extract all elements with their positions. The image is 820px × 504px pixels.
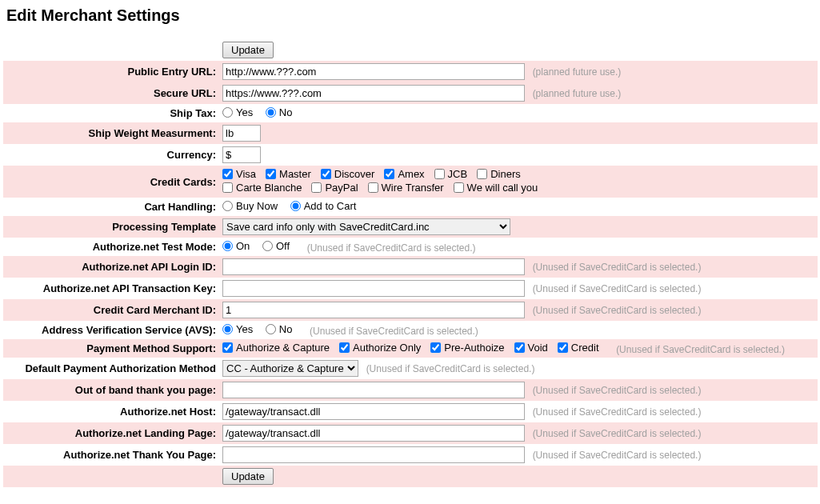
pay-support-hint: (Unused if SaveCreditCard is selected.) [616,344,785,355]
currency-label: Currency: [3,144,219,166]
cc-we-will-call-you[interactable] [454,182,464,193]
pay-support-label: Payment Method Support: [3,339,219,358]
api-login-label: Authorize.net API Login ID: [3,256,219,278]
cc-jcb[interactable] [434,169,445,179]
credit-cards-row1: VisaMasterDiscoverAmexJCBDiners [222,170,530,182]
merchant-id-hint: (Unused if SaveCreditCard is selected.) [533,305,702,316]
avs-hint: (Unused if SaveCreditCard is selected.) [310,326,478,337]
cc-master[interactable] [266,169,276,179]
secure-url-input[interactable] [222,85,525,102]
avs-label: Address Verification Service (AVS): [3,321,219,339]
secure-url-label: Secure URL: [3,82,219,104]
oob-thanks-hint: (Unused if SaveCreditCard is selected.) [533,385,702,396]
default-auth-hint: (Unused if SaveCreditCard is selected.) [366,363,535,374]
template-label: Processing Template [3,216,219,238]
anet-landing-label: Authorize.net Landing Page: [3,422,219,444]
anet-host-hint: (Unused if SaveCreditCard is selected.) [533,406,702,418]
pay-credit[interactable] [558,342,568,353]
cc-discover[interactable] [321,169,331,179]
oob-thanks-label: Out of band thank you page: [3,379,219,401]
test-mode-hint: (Unused if SaveCreditCard is selected.) [307,242,476,254]
pay-authorize-only[interactable] [339,342,350,353]
template-select[interactable]: Save card info only with SaveCreditCard.… [222,218,510,235]
secure-url-hint: (planned future use.) [533,88,622,99]
test-mode-label: Authorize.net Test Mode: [3,238,219,256]
cart-label: Cart Handling: [3,198,219,216]
currency-input[interactable] [222,146,261,163]
cc-visa[interactable] [222,169,233,179]
page-title: Edit Merchant Settings [6,6,820,25]
public-url-label: Public Entry URL: [3,61,219,82]
ship-wt-label: Ship Weight Measurment: [3,122,219,144]
ship-tax-no[interactable] [266,107,276,118]
avs-no[interactable] [266,324,276,334]
api-key-hint: (Unused if SaveCreditCard is selected.) [533,283,702,294]
cart-add-to-cart[interactable] [290,201,301,211]
ship-wt-input[interactable] [222,125,261,142]
avs-yes[interactable] [222,324,233,334]
cc-amex[interactable] [384,169,394,179]
merchant-id-input[interactable] [222,302,525,318]
ship-tax-label: Ship Tax: [3,104,219,122]
api-key-label: Authorize.net API Transaction Key: [3,278,219,299]
anet-landing-input[interactable] [222,425,525,442]
cc-carte-blanche[interactable] [222,182,233,193]
anet-landing-hint: (Unused if SaveCreditCard is selected.) [533,428,702,439]
cc-paypal[interactable] [311,182,322,193]
public-url-input[interactable] [222,63,525,80]
anet-thanks-input[interactable] [222,446,525,463]
test-mode-off[interactable] [262,241,273,251]
cc-diners[interactable] [477,169,487,179]
api-key-input[interactable] [222,280,525,297]
update-button[interactable]: Update [222,42,274,58]
test-mode-on[interactable] [222,241,233,251]
pay-support-group: Authorize & CaptureAuthorize OnlyPre-Aut… [222,343,609,355]
oob-thanks-input[interactable] [222,382,525,398]
ship-tax-yes[interactable] [222,107,233,118]
api-login-input[interactable] [222,258,525,275]
anet-thanks-label: Authorize.net Thank You Page: [3,444,219,466]
anet-thanks-hint: (Unused if SaveCreditCard is selected.) [533,450,702,461]
credit-cards-row2: Carte BlanchePayPalWire TransferWe will … [222,183,547,195]
pay-authorize-capture[interactable] [222,342,233,353]
credit-cards-label: Credit Cards: [3,166,219,198]
settings-form: Update Public Entry URL: (planned future… [3,39,818,487]
cc-wire-transfer[interactable] [368,182,378,193]
cart-buy-now[interactable] [222,201,233,211]
default-auth-label: Default Payment Authorization Method [3,358,219,379]
update-button-bottom[interactable]: Update [222,468,274,485]
pay-pre-authoize[interactable] [430,342,441,353]
api-login-hint: (Unused if SaveCreditCard is selected.) [533,262,702,273]
pay-void[interactable] [514,342,525,353]
merchant-id-label: Credit Card Merchant ID: [3,299,219,321]
anet-host-label: Authorize.net Host: [3,401,219,422]
anet-host-input[interactable] [222,403,525,420]
default-auth-select[interactable]: CC - Authorize & Capture [222,360,358,377]
public-url-hint: (planned future use.) [533,66,622,78]
